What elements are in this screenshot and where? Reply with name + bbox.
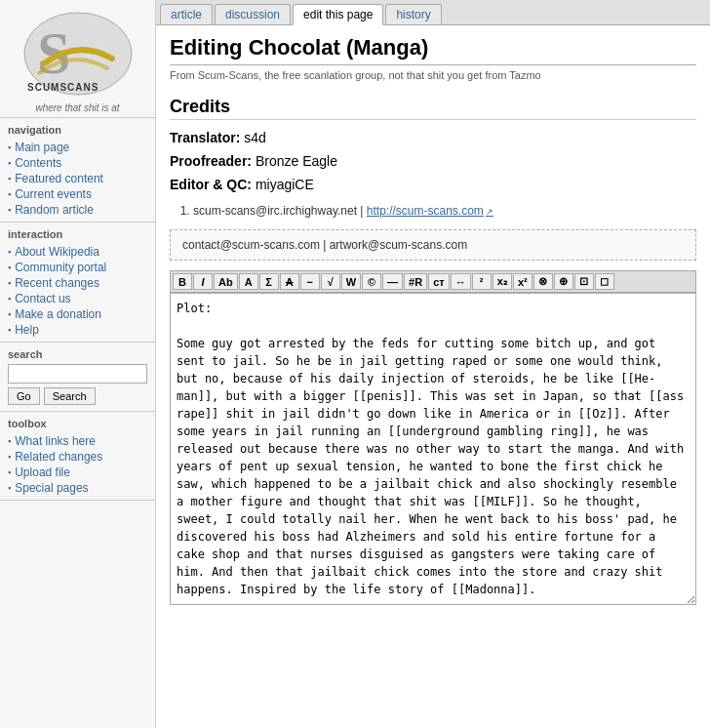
toolbar-btn-box[interactable]: ◻ <box>595 273 614 290</box>
proofreader-label: Proofreader: <box>170 153 252 169</box>
toolbox-item-special-pages[interactable]: Special pages <box>8 480 147 496</box>
navigation-section: navigation Main page Contents Featured c… <box>0 118 155 222</box>
content-area: Editing Chocolat (Manga) From Scum-Scans… <box>156 25 710 728</box>
toolbar-btn-sup-x[interactable]: x² <box>513 273 532 290</box>
toolbar-btn-bigA[interactable]: A <box>239 273 258 290</box>
toolbar-btn-dash[interactable]: − <box>300 273 320 290</box>
tab-edit-this-page[interactable]: edit this page <box>293 4 383 25</box>
toolbar-btn-italic[interactable]: I <box>193 273 213 290</box>
toolbox-list: What links here Related changes Upload f… <box>8 433 147 496</box>
nav-item-contents[interactable]: Contents <box>8 155 147 171</box>
toolbar-btn-boxtimes[interactable]: ⊡ <box>574 273 594 290</box>
scumscans-logo: S SCUMSCANS <box>20 10 137 98</box>
tab-article[interactable]: article <box>160 4 213 24</box>
nav-item-help[interactable]: Help <box>8 322 147 338</box>
email-link[interactable]: http://scum-scans.com <box>367 204 493 218</box>
toolbar-btn-sigma[interactable]: Σ <box>259 273 279 290</box>
interaction-list: About Wikipedia Community portal Recent … <box>8 244 147 338</box>
toolbar-btn-arrows[interactable]: ↔ <box>451 273 471 290</box>
search-button[interactable]: Search <box>44 387 96 405</box>
toolbar-btn-emdash[interactable]: — <box>382 273 403 290</box>
editor-value-text: miyagiCE <box>256 177 314 192</box>
nav-item-community-portal[interactable]: Community portal <box>8 260 147 275</box>
toolbox-item-upload-file[interactable]: Upload file <box>8 465 147 480</box>
svg-text:SCUMSCANS: SCUMSCANS <box>27 82 99 93</box>
toolbar-btn-ab[interactable]: Ab <box>214 273 238 290</box>
toolbar-btn-st[interactable]: ст <box>428 273 450 290</box>
credits-heading: Credits <box>170 97 696 120</box>
toolbar-btn-copyright[interactable]: © <box>362 273 381 290</box>
search-title: search <box>8 348 147 360</box>
main-content: article discussion edit this page histor… <box>156 0 710 728</box>
toolbar-btn-oplus[interactable]: ⊕ <box>554 273 573 290</box>
toolbox-title: toolbox <box>8 418 147 429</box>
translator-label: Translator: <box>170 130 240 145</box>
toolbar-btn-sup2[interactable]: ² <box>472 273 492 290</box>
interaction-title: interaction <box>8 228 147 240</box>
nav-item-make-donation[interactable]: Make a donation <box>8 306 147 322</box>
nav-item-featured-content[interactable]: Featured content <box>8 171 147 186</box>
edit-textarea[interactable] <box>170 293 696 605</box>
logo-area: S SCUMSCANS where that shit is at <box>0 0 155 118</box>
toolbox-item-related-changes[interactable]: Related changes <box>8 449 147 465</box>
sidebar: S SCUMSCANS where that shit is at naviga… <box>0 0 156 728</box>
interaction-section: interaction About Wikipedia Community po… <box>0 222 155 343</box>
toolbox-section: toolbox What links here Related changes … <box>0 412 155 501</box>
search-input[interactable] <box>8 364 147 384</box>
navigation-title: navigation <box>8 124 147 136</box>
nav-item-recent-changes[interactable]: Recent changes <box>8 275 147 291</box>
tab-history[interactable]: history <box>385 4 441 24</box>
toolbar-btn-strikeA[interactable]: A <box>280 273 299 290</box>
logo-tagline: where that shit is at <box>8 102 147 113</box>
tab-discussion[interactable]: discussion <box>215 4 291 24</box>
navigation-list: Main page Contents Featured content Curr… <box>8 140 147 218</box>
toolbox-item-what-links-here[interactable]: What links here <box>8 433 147 449</box>
toolbar-btn-bold[interactable]: B <box>173 273 192 290</box>
toolbar-btn-sub2[interactable]: x₂ <box>493 273 512 290</box>
translator-line: Translator: s4d <box>170 130 696 145</box>
nav-item-main-page[interactable]: Main page <box>8 140 147 155</box>
toolbar-btn-sqrt[interactable]: √ <box>321 273 340 290</box>
go-button[interactable]: Go <box>8 387 40 405</box>
proofreader-value-text: Bronze Eagle <box>256 153 337 169</box>
contact-box: contact@scum-scans.com | artwork@scum-sc… <box>170 229 696 261</box>
editor-line: Editor & QC: miyagiCE <box>170 177 696 192</box>
toolbar-btn-otimes[interactable]: ⊗ <box>533 273 553 290</box>
tab-bar: article discussion edit this page histor… <box>156 0 710 25</box>
toolbar-btn-W[interactable]: W <box>341 273 361 290</box>
nav-item-random-article[interactable]: Random article <box>8 202 147 218</box>
email-list: scum-scans@irc.irchighway.net | http://s… <box>170 204 696 218</box>
search-buttons: Go Search <box>8 387 147 405</box>
proofreader-line: Proofreader: Bronze Eagle <box>170 153 696 169</box>
email-plain-text: scum-scans@irc.irchighway.net | <box>193 204 367 218</box>
toolbar-btn-hashR[interactable]: #R <box>404 273 427 290</box>
page-title: Editing Chocolat (Manga) <box>170 35 696 65</box>
nav-item-contact-us[interactable]: Contact us <box>8 291 147 306</box>
editor-toolbar: B I Ab A Σ A − √ W © — #R ст ↔ ² x₂ x² ⊗… <box>170 270 696 293</box>
search-section: search Go Search <box>0 343 155 412</box>
nav-item-current-events[interactable]: Current events <box>8 186 147 202</box>
translator-value-text: s4d <box>244 130 266 145</box>
email-list-item: scum-scans@irc.irchighway.net | http://s… <box>193 204 696 218</box>
page-subtitle: From Scum-Scans, the free scanlation gro… <box>170 69 696 81</box>
nav-item-about-wikipedia[interactable]: About Wikipedia <box>8 244 147 260</box>
editor-label: Editor & QC: <box>170 177 252 192</box>
